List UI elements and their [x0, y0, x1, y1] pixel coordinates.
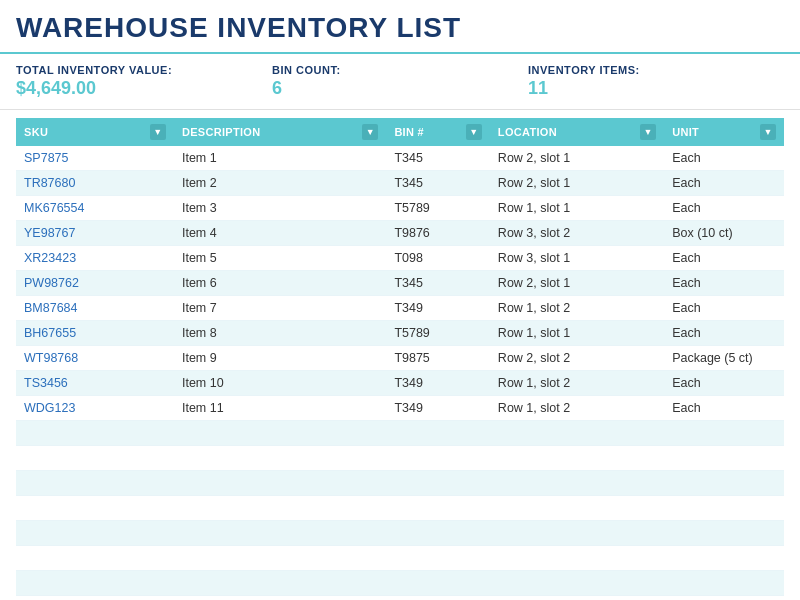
cell-bin: T345 — [386, 271, 489, 296]
table-row: BH67655Item 8T5789Row 1, slot 1Each — [16, 321, 784, 346]
empty-cell — [174, 421, 386, 446]
empty-cell — [386, 446, 489, 471]
empty-cell — [664, 496, 784, 521]
empty-cell — [490, 421, 664, 446]
empty-cell — [664, 596, 784, 601]
stat-inventory-items-value: 11 — [528, 78, 784, 99]
cell-description: Item 5 — [174, 246, 386, 271]
empty-cell — [174, 446, 386, 471]
cell-unit: Each — [664, 246, 784, 271]
page: WAREHOUSE INVENTORY LIST TOTAL INVENTORY… — [0, 0, 800, 600]
desc-dropdown-icon[interactable]: ▼ — [362, 124, 378, 140]
stat-inventory-items: INVENTORY ITEMS: 11 — [528, 64, 784, 99]
cell-description: Item 6 — [174, 271, 386, 296]
cell-bin: T9875 — [386, 346, 489, 371]
cell-location: Row 2, slot 1 — [490, 171, 664, 196]
empty-cell — [664, 571, 784, 596]
cell-description: Item 8 — [174, 321, 386, 346]
cell-location: Row 1, slot 2 — [490, 296, 664, 321]
cell-location: Row 3, slot 2 — [490, 221, 664, 246]
table-row: TS3456Item 10T349Row 1, slot 2Each — [16, 371, 784, 396]
table-row: YE98767Item 4T9876Row 3, slot 2Box (10 c… — [16, 221, 784, 246]
cell-sku: TS3456 — [16, 371, 174, 396]
cell-bin: T349 — [386, 396, 489, 421]
empty-cell — [664, 521, 784, 546]
empty-cell — [664, 546, 784, 571]
stat-bin-count-label: BIN COUNT: — [272, 64, 528, 76]
cell-sku: WT98768 — [16, 346, 174, 371]
page-title: WAREHOUSE INVENTORY LIST — [16, 12, 784, 44]
col-bin-label: BIN # — [394, 126, 424, 138]
cell-sku: BM87684 — [16, 296, 174, 321]
col-header-sku: SKU ▼ — [16, 118, 174, 146]
unit-dropdown-icon[interactable]: ▼ — [760, 124, 776, 140]
table-body: SP7875Item 1T345Row 2, slot 1EachTR87680… — [16, 146, 784, 600]
cell-sku: SP7875 — [16, 146, 174, 171]
cell-location: Row 1, slot 2 — [490, 371, 664, 396]
cell-location: Row 2, slot 1 — [490, 271, 664, 296]
cell-unit: Each — [664, 196, 784, 221]
empty-cell — [16, 596, 174, 601]
cell-bin: T5789 — [386, 321, 489, 346]
cell-sku: TR87680 — [16, 171, 174, 196]
empty-cell — [174, 546, 386, 571]
cell-unit: Each — [664, 396, 784, 421]
empty-cell — [490, 596, 664, 601]
table-empty-row — [16, 496, 784, 521]
cell-description: Item 1 — [174, 146, 386, 171]
empty-cell — [16, 521, 174, 546]
empty-cell — [174, 521, 386, 546]
col-sku-label: SKU — [24, 126, 48, 138]
empty-cell — [664, 421, 784, 446]
empty-cell — [16, 496, 174, 521]
cell-sku: BH67655 — [16, 321, 174, 346]
cell-bin: T349 — [386, 296, 489, 321]
cell-description: Item 4 — [174, 221, 386, 246]
cell-location: Row 1, slot 2 — [490, 396, 664, 421]
empty-cell — [386, 546, 489, 571]
cell-unit: Each — [664, 271, 784, 296]
empty-cell — [386, 421, 489, 446]
empty-cell — [386, 471, 489, 496]
table-row: XR23423Item 5T098Row 3, slot 1Each — [16, 246, 784, 271]
loc-dropdown-icon[interactable]: ▼ — [640, 124, 656, 140]
cell-location: Row 1, slot 1 — [490, 321, 664, 346]
cell-unit: Each — [664, 296, 784, 321]
table-empty-row — [16, 446, 784, 471]
col-header-description: DESCRIPTION ▼ — [174, 118, 386, 146]
sku-dropdown-icon[interactable]: ▼ — [150, 124, 166, 140]
cell-sku: WDG123 — [16, 396, 174, 421]
cell-description: Item 7 — [174, 296, 386, 321]
empty-cell — [386, 571, 489, 596]
empty-cell — [16, 546, 174, 571]
cell-sku: YE98767 — [16, 221, 174, 246]
empty-cell — [16, 571, 174, 596]
cell-unit: Each — [664, 146, 784, 171]
empty-cell — [490, 521, 664, 546]
col-desc-label: DESCRIPTION — [182, 126, 260, 138]
empty-cell — [386, 496, 489, 521]
cell-bin: T345 — [386, 146, 489, 171]
cell-location: Row 3, slot 1 — [490, 246, 664, 271]
table-empty-row — [16, 546, 784, 571]
cell-description: Item 9 — [174, 346, 386, 371]
header: WAREHOUSE INVENTORY LIST — [0, 0, 800, 54]
table-row: BM87684Item 7T349Row 1, slot 2Each — [16, 296, 784, 321]
cell-unit: Each — [664, 171, 784, 196]
cell-sku: MK676554 — [16, 196, 174, 221]
table-row: SP7875Item 1T345Row 2, slot 1Each — [16, 146, 784, 171]
cell-unit: Box (10 ct) — [664, 221, 784, 246]
cell-unit: Each — [664, 371, 784, 396]
empty-cell — [490, 471, 664, 496]
empty-cell — [16, 446, 174, 471]
cell-location: Row 1, slot 1 — [490, 196, 664, 221]
cell-description: Item 11 — [174, 396, 386, 421]
bin-dropdown-icon[interactable]: ▼ — [466, 124, 482, 140]
col-unit-label: UNIT — [672, 126, 699, 138]
cell-unit: Each — [664, 321, 784, 346]
empty-cell — [664, 471, 784, 496]
table-empty-row — [16, 521, 784, 546]
cell-bin: T098 — [386, 246, 489, 271]
stat-inventory-items-label: INVENTORY ITEMS: — [528, 64, 784, 76]
inventory-table: SKU ▼ DESCRIPTION ▼ BIN # ▼ — [16, 118, 784, 600]
